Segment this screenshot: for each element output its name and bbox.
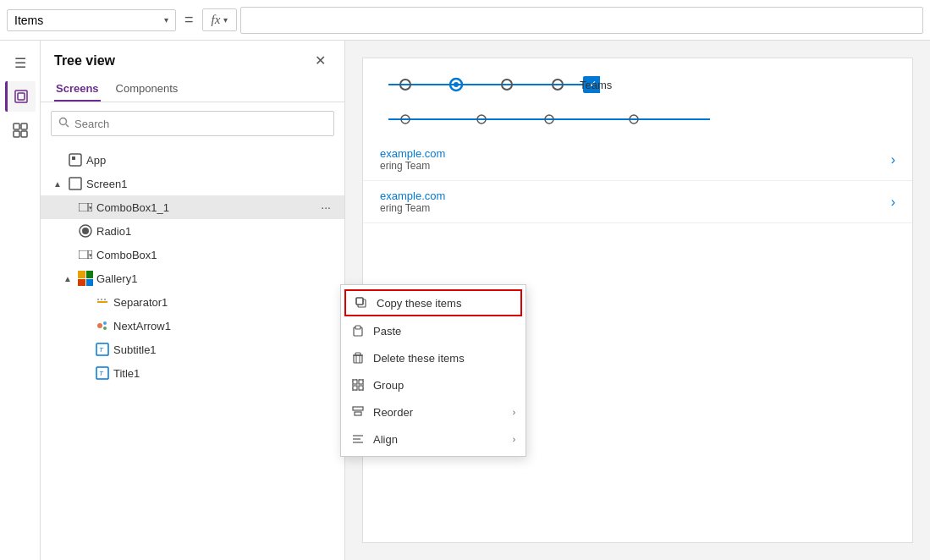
collapse-icon-app xyxy=(51,153,64,167)
tree-item-label-title1: Title1 xyxy=(113,367,334,380)
svg-point-6 xyxy=(60,118,67,125)
layers-icon xyxy=(14,89,29,104)
svg-point-21 xyxy=(97,323,102,328)
close-button[interactable]: ✕ xyxy=(310,51,331,70)
list-item-1[interactable]: example.com ering Team › xyxy=(363,139,912,181)
collapse-icon-sep1 xyxy=(78,295,91,309)
components-icon xyxy=(13,123,28,138)
tree-item-radio1[interactable]: Radio1 xyxy=(41,219,344,243)
svg-rect-2 xyxy=(14,124,19,129)
radio-row: ✓ Teams xyxy=(380,72,612,97)
context-menu-reorder[interactable]: Reorder › xyxy=(341,398,526,425)
layers-icon-btn[interactable] xyxy=(5,81,36,112)
svg-point-23 xyxy=(103,327,107,330)
top-bar: Items ▾ = fx ▾ xyxy=(0,0,930,41)
reorder-submenu-arrow: › xyxy=(513,408,515,417)
slider-track-svg: ✓ xyxy=(380,72,600,97)
tree-item-label-screen1: Screen1 xyxy=(86,178,334,190)
paste-label: Paste xyxy=(373,325,401,338)
context-menu-group[interactable]: Group xyxy=(341,371,526,398)
tree-item-label-gallery1: Gallery1 xyxy=(96,272,334,285)
svg-rect-9 xyxy=(72,156,75,160)
svg-point-15 xyxy=(82,228,89,234)
align-submenu-arrow: › xyxy=(513,435,515,444)
reorder-icon xyxy=(351,405,365,419)
list-item-title-1: example.com xyxy=(380,147,881,160)
svg-rect-37 xyxy=(355,353,360,355)
app-icon xyxy=(68,152,83,167)
fx-button[interactable]: fx ▾ xyxy=(202,8,238,31)
context-menu-copy[interactable]: Copy these items xyxy=(344,289,522,316)
search-icon xyxy=(58,117,69,130)
context-menu-align[interactable]: Align › xyxy=(341,425,526,453)
svg-text:T: T xyxy=(99,346,104,354)
tree-item-screen1[interactable]: ▲ Screen1 xyxy=(41,172,344,195)
svg-rect-32 xyxy=(355,326,360,329)
collapse-icon-radio1 xyxy=(61,224,74,238)
context-menu-paste[interactable]: Paste xyxy=(341,317,526,344)
fx-label: fx xyxy=(212,13,221,27)
tree-item-gallery1[interactable]: ▲ Gallery1 xyxy=(41,266,344,290)
tree-item-label-nextarrow1: NextArrow1 xyxy=(113,320,334,332)
svg-rect-39 xyxy=(359,380,363,384)
tree-item-combobox1[interactable]: ▾ ComboBox1 xyxy=(41,243,344,266)
main-layout: ☰ Tree view ✕ Screens xyxy=(0,41,930,560)
search-box xyxy=(51,111,334,136)
svg-rect-38 xyxy=(353,380,357,384)
tree-item-app[interactable]: App xyxy=(41,148,344,172)
tree-item-label-radio1: Radio1 xyxy=(96,225,334,238)
hamburger-icon-btn[interactable]: ☰ xyxy=(5,47,36,78)
reorder-label: Reorder xyxy=(373,406,413,419)
combobox-icon: ▾ xyxy=(78,200,93,215)
tree-item-nextarrow1[interactable]: NextArrow1 xyxy=(41,314,344,338)
chevron-right-icon-1: › xyxy=(891,152,895,167)
delete-label: Delete these items xyxy=(373,352,465,365)
formula-bar-input[interactable] xyxy=(240,7,923,34)
svg-rect-10 xyxy=(69,178,81,189)
svg-rect-42 xyxy=(352,379,364,391)
context-menu-delete[interactable]: Delete these items xyxy=(341,344,526,371)
slider-row xyxy=(363,111,912,139)
svg-rect-43 xyxy=(353,407,363,410)
icon-sidebar: ☰ xyxy=(0,41,41,560)
svg-line-7 xyxy=(66,124,69,127)
dropdown-arrow-icon: ▾ xyxy=(164,15,168,25)
collapse-icon-nextarrow1 xyxy=(78,319,91,332)
collapse-icon-screen1: ▲ xyxy=(51,177,64,190)
align-icon xyxy=(351,432,365,446)
chevron-right-icon-2: › xyxy=(891,195,895,210)
screen-icon xyxy=(68,176,83,191)
svg-rect-5 xyxy=(21,131,27,137)
svg-point-51 xyxy=(454,82,459,87)
svg-rect-29 xyxy=(356,298,363,305)
tree-item-subtitle1[interactable]: T Subtitle1 xyxy=(41,338,344,361)
tab-components[interactable]: Components xyxy=(114,77,180,102)
tree-view-title: Tree view xyxy=(54,53,115,69)
tree-item-label-combobox1: ComboBox1 xyxy=(96,249,334,261)
collapse-icon-title1 xyxy=(78,366,91,380)
tree-item-title1[interactable]: T Title1 xyxy=(41,361,344,385)
tree-content: App ▲ Screen1 ▾ ComboBox1_1 ··· xyxy=(41,145,344,560)
items-dropdown[interactable]: Items ▾ xyxy=(7,9,176,31)
tree-item-label-separator1: Separator1 xyxy=(113,296,334,309)
delete-icon xyxy=(351,351,365,365)
tree-item-separator1[interactable]: Separator1 xyxy=(41,290,344,314)
separator-icon xyxy=(95,294,110,310)
items-label: Items xyxy=(14,14,43,27)
tab-screens[interactable]: Screens xyxy=(54,77,101,102)
tree-item-label-combobox1-1: ComboBox1_1 xyxy=(96,201,314,214)
collapse-icon-combobox1 xyxy=(61,248,74,261)
tree-header: Tree view ✕ xyxy=(41,41,344,77)
combobox2-icon: ▾ xyxy=(78,247,93,262)
more-options-icon[interactable]: ··· xyxy=(317,200,334,214)
tree-panel: Tree view ✕ Screens Components xyxy=(41,41,345,560)
list-item-2[interactable]: example.com ering Team › xyxy=(363,181,912,223)
search-input[interactable] xyxy=(74,118,327,130)
collapse-icon-combobox1-1 xyxy=(61,200,74,214)
list-item-subtitle-2: ering Team xyxy=(380,202,881,214)
components-icon-btn[interactable] xyxy=(5,115,36,145)
collapse-icon-subtitle1 xyxy=(78,343,91,356)
hamburger-icon: ☰ xyxy=(14,55,26,71)
tree-item-combobox1-1[interactable]: ▾ ComboBox1_1 ··· xyxy=(41,195,344,219)
canvas-top-row: ✓ Teams xyxy=(363,58,912,111)
